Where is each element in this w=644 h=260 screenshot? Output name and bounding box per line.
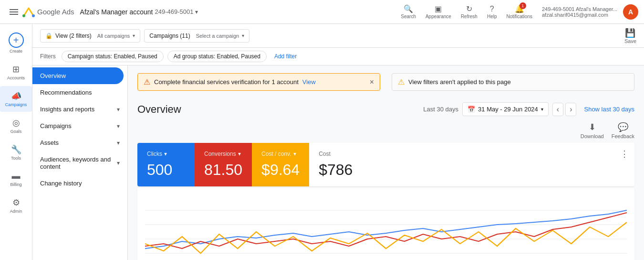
hamburger-menu[interactable] bbox=[6, 4, 22, 20]
nav-item-campaigns[interactable]: Campaigns ▾ bbox=[32, 118, 127, 134]
prev-period-button[interactable]: ‹ bbox=[552, 103, 563, 116]
campaign-select-chevron: ▾ bbox=[242, 33, 244, 38]
alert-warning-icon: ⚠ bbox=[144, 77, 150, 87]
date-picker-button[interactable]: 📅 31 May - 29 Jun 2024 ▾ bbox=[462, 102, 549, 116]
nav-item-overview[interactable]: Overview bbox=[32, 67, 124, 84]
cost-value: $786 bbox=[319, 161, 625, 179]
chart-container: 31 May 2024 29 Jun 2024 bbox=[137, 188, 634, 260]
sidebar-item-admin[interactable]: ⚙ Admin bbox=[0, 193, 32, 218]
logo-text: Google Ads bbox=[37, 8, 74, 16]
clicks-value: 500 bbox=[147, 161, 185, 179]
sidebar-item-accounts[interactable]: ⊞ Accounts bbox=[0, 59, 32, 85]
alert-close-button[interactable]: × bbox=[370, 78, 374, 87]
assets-chevron-icon: ▾ bbox=[117, 140, 120, 146]
main-area: + Create ⊞ Accounts 📣 Campaigns ◎ Goals … bbox=[0, 24, 644, 260]
feedback-icon: 💬 bbox=[618, 122, 628, 132]
appearance-icon: ▣ bbox=[435, 4, 442, 13]
view-filter-button[interactable]: 🔒 View (2 filters) All campaigns ▾ bbox=[40, 29, 140, 43]
insights-chevron-icon: ▾ bbox=[117, 106, 120, 113]
notifications-action[interactable]: 🔔 1 Notifications bbox=[502, 2, 536, 21]
nav-arrows: ‹ › bbox=[552, 103, 577, 116]
save-button[interactable]: 💾 Save bbox=[624, 28, 636, 44]
filter-chip-adgroup-status[interactable]: Ad group status: Enabled, Paused bbox=[167, 51, 267, 62]
warning-triangle-icon: ⚠ bbox=[398, 77, 405, 87]
nav-item-audiences[interactable]: Audiences, keywords and content ▾ bbox=[32, 151, 127, 175]
account-name[interactable]: Afzal's Manager account 249-469-5001 ▾ bbox=[80, 8, 198, 16]
filters-bar: Filters Campaign status: Enabled, Paused… bbox=[32, 48, 644, 65]
download-button[interactable]: ⬇ Download bbox=[581, 122, 604, 139]
actions-row: ⬇ Download 💬 Feedback bbox=[137, 122, 634, 139]
clicks-label: Clicks ▾ bbox=[147, 151, 185, 157]
metric-conversions[interactable]: Conversions ▾ 81.50 bbox=[195, 143, 252, 186]
clicks-chevron-icon: ▾ bbox=[164, 151, 167, 157]
sub-nav: 🔒 View (2 filters) All campaigns ▾ Campa… bbox=[32, 24, 644, 48]
date-picker-chevron: ▾ bbox=[541, 107, 543, 112]
nav-item-change-history[interactable]: Change history bbox=[32, 175, 127, 192]
sidebar: + Create ⊞ Accounts 📣 Campaigns ◎ Goals … bbox=[0, 24, 32, 260]
chevron-down-icon: ▾ bbox=[195, 9, 198, 15]
next-period-button[interactable]: › bbox=[565, 103, 576, 116]
cost-conv-label: Cost / conv. ▾ bbox=[261, 151, 300, 157]
appearance-action[interactable]: ▣ Appearance bbox=[422, 2, 455, 21]
left-nav: Overview Recommendations Insights and re… bbox=[32, 65, 128, 260]
cost-conv-chevron-icon: ▾ bbox=[293, 151, 296, 157]
svg-point-0 bbox=[22, 14, 25, 17]
feedback-button[interactable]: 💬 Feedback bbox=[612, 122, 634, 139]
create-icon: + bbox=[9, 32, 24, 48]
add-filter-button[interactable]: Add filter bbox=[270, 51, 301, 62]
tools-icon: 🔧 bbox=[11, 144, 21, 155]
metric-clicks[interactable]: Clicks ▾ 500 bbox=[137, 143, 195, 186]
alert-view-link[interactable]: View bbox=[302, 78, 316, 86]
sidebar-item-billing[interactable]: ▬ Billing bbox=[0, 166, 32, 192]
content-area: 🔒 View (2 filters) All campaigns ▾ Campa… bbox=[32, 24, 644, 260]
campaigns-nav-chevron-icon: ▾ bbox=[117, 123, 120, 130]
download-icon: ⬇ bbox=[589, 122, 596, 132]
top-bar: Google Ads Afzal's Manager account 249-4… bbox=[0, 0, 644, 24]
svg-point-1 bbox=[32, 14, 35, 17]
show-last-button[interactable]: Show last 30 days bbox=[584, 106, 634, 113]
sidebar-item-goals[interactable]: ◎ Goals bbox=[0, 113, 32, 139]
campaigns-icon: 📣 bbox=[11, 91, 21, 101]
search-icon: 🔍 bbox=[404, 4, 413, 13]
filter-alert: ⚠ View filters aren't applied to this pa… bbox=[392, 73, 634, 91]
nav-item-assets[interactable]: Assets ▾ bbox=[32, 134, 127, 151]
notification-icon-wrapper: 🔔 1 bbox=[515, 4, 524, 13]
metric-cost[interactable]: Cost $786 ⋮ bbox=[309, 143, 634, 186]
nav-item-insights[interactable]: Insights and reports ▾ bbox=[32, 101, 127, 118]
billing-icon: ▬ bbox=[12, 171, 21, 181]
metric-cost-conv[interactable]: Cost / conv. ▾ $9.64 bbox=[252, 143, 309, 186]
alert-row: ⚠ Complete financial services verificati… bbox=[137, 73, 634, 97]
nav-item-recommendations[interactable]: Recommendations bbox=[32, 84, 127, 101]
more-options-icon[interactable]: ⋮ bbox=[620, 149, 629, 159]
overview-title: Overview bbox=[137, 103, 181, 116]
date-range-controls: Last 30 days 📅 31 May - 29 Jun 2024 ▾ ‹ … bbox=[423, 102, 634, 116]
google-ads-logo bbox=[22, 5, 35, 19]
user-avatar[interactable]: A bbox=[623, 4, 638, 20]
view-filter-label: View (2 filters) bbox=[55, 32, 92, 39]
accounts-icon: ⊞ bbox=[12, 64, 20, 75]
campaign-select-button[interactable]: Campaigns (11) Select a campaign ▾ bbox=[144, 29, 249, 43]
sidebar-item-tools[interactable]: 🔧 Tools bbox=[0, 140, 32, 165]
performance-chart bbox=[145, 196, 627, 260]
calendar-icon: 📅 bbox=[467, 106, 475, 113]
all-campaigns-label: All campaigns bbox=[97, 33, 130, 39]
select-campaign-label: Select a campaign bbox=[196, 33, 239, 39]
overview-header: Overview Last 30 days 📅 31 May - 29 Jun … bbox=[137, 102, 634, 116]
admin-icon: ⚙ bbox=[12, 197, 20, 208]
filter-chip-campaign-status[interactable]: Campaign status: Enabled, Paused bbox=[62, 51, 164, 62]
sidebar-item-campaigns[interactable]: 📣 Campaigns bbox=[0, 86, 32, 112]
help-action[interactable]: ? Help bbox=[483, 3, 501, 21]
sidebar-item-create[interactable]: + Create bbox=[0, 28, 32, 58]
content-main: Overview Recommendations Insights and re… bbox=[32, 65, 644, 260]
help-icon: ? bbox=[490, 5, 494, 13]
search-action[interactable]: 🔍 Search bbox=[397, 2, 420, 21]
cost-label: Cost bbox=[319, 151, 625, 157]
conversions-value: 81.50 bbox=[204, 161, 242, 179]
app-container: Google Ads Afzal's Manager account 249-4… bbox=[0, 0, 644, 260]
metrics-container: Clicks ▾ 500 Conversions ▾ 81.50 bbox=[137, 143, 634, 186]
refresh-action[interactable]: ↻ Refresh bbox=[457, 2, 481, 21]
notification-badge: 1 bbox=[519, 2, 526, 9]
google-logo-svg bbox=[22, 5, 35, 19]
view-filter-chevron: ▾ bbox=[133, 33, 135, 38]
save-icon: 💾 bbox=[625, 28, 635, 38]
